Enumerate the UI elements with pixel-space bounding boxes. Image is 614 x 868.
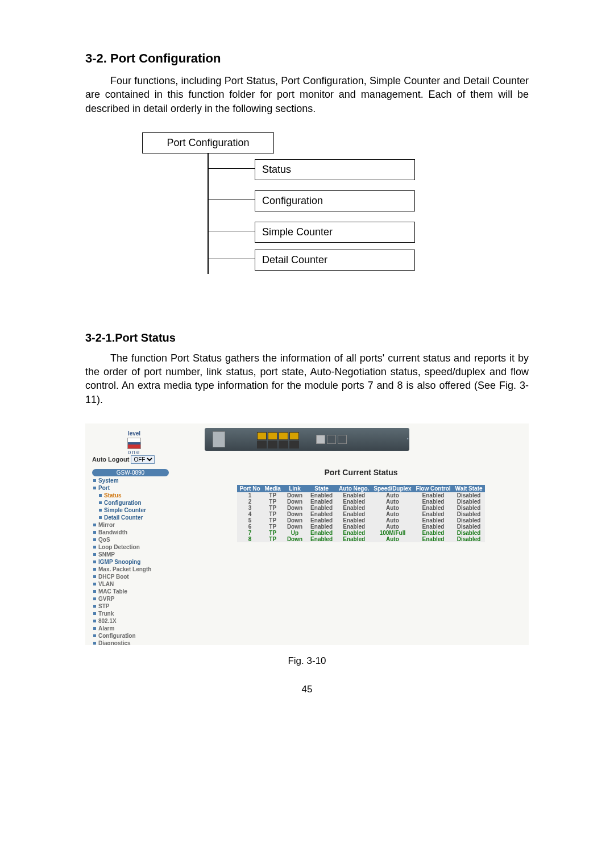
auto-logout-select[interactable]: OFF (131, 455, 155, 464)
sidebar-item[interactable]: Status (92, 492, 169, 499)
sidebar-item-label: 802.1X (98, 617, 117, 625)
table-cell: Enabled (413, 505, 453, 511)
table-cell: 6 (237, 524, 262, 530)
sidebar-item-label: Detail Counter (104, 514, 143, 521)
table-cell: 3 (237, 505, 262, 511)
table-header-cell: Speed/Duplex (371, 485, 413, 492)
bullet-icon (93, 531, 96, 534)
subsection-paragraph: The function Port Status gathers the inf… (85, 351, 529, 406)
table-cell: TP (263, 517, 283, 524)
diagram-child-detail-counter: Detail Counter (255, 250, 415, 271)
content-area: Port Current Status Port NoMediaLinkStat… (193, 468, 529, 542)
sidebar-item[interactable]: Configuration (92, 499, 169, 506)
table-cell: Enabled (413, 530, 453, 536)
sidebar-item-label: Trunk (98, 610, 114, 617)
sidebar-item[interactable]: Trunk (92, 610, 169, 617)
table-cell: TP (263, 524, 283, 530)
table-cell: Down (283, 511, 306, 517)
sidebar-item-label: Configuration (98, 632, 136, 639)
table-header-cell: Wait State (453, 485, 485, 492)
sidebar-item[interactable]: System (92, 477, 169, 484)
sidebar-item[interactable]: SNMP (92, 551, 169, 558)
table-cell: Auto (371, 505, 413, 511)
table-cell: Enabled (306, 499, 337, 505)
sidebar-item[interactable]: Detail Counter (92, 514, 169, 521)
table-header-cell: Flow Control (413, 485, 453, 492)
figure-screenshot: level one Auto Logout OFF GSW-0890 Syste… (85, 423, 529, 645)
sidebar-item-label: Status (104, 492, 122, 499)
table-cell: Disabled (453, 524, 485, 530)
table-cell: TP (263, 536, 283, 542)
logo-text-top: level (100, 430, 168, 437)
bullet-icon (93, 642, 96, 645)
panel-slot-icon (213, 431, 225, 447)
table-cell: Disabled (453, 517, 485, 524)
table-cell: Down (283, 492, 306, 499)
table-cell: Enabled (337, 517, 371, 524)
table-cell: Enabled (413, 492, 453, 499)
table-row: 8TPDownEnabledEnabledAutoEnabledDisabled (237, 536, 484, 542)
port-config-diagram: Port Configuration Status Configuration … (85, 132, 529, 292)
sidebar-item[interactable]: STP (92, 603, 169, 610)
panel-led-icon: ▪ (407, 436, 409, 441)
bullet-icon (99, 501, 102, 504)
sidebar-item[interactable]: Bandwidth (92, 529, 169, 536)
sidebar-item[interactable]: QoS (92, 536, 169, 543)
table-cell: Disabled (453, 530, 485, 536)
sidebar-item[interactable]: 802.1X (92, 617, 169, 625)
table-cell: Enabled (337, 492, 371, 499)
sidebar-item[interactable]: Port (92, 484, 169, 492)
sidebar-item[interactable]: DHCP Boot (92, 573, 169, 580)
table-cell: Enabled (413, 499, 453, 505)
bullet-icon (93, 479, 96, 482)
table-cell: Disabled (453, 499, 485, 505)
table-cell: TP (263, 530, 283, 536)
sidebar-item[interactable]: MAC Table (92, 588, 169, 595)
table-cell: 7 (237, 530, 262, 536)
table-row: 7TPUpEnabledEnabled100M/FullEnabledDisab… (237, 530, 484, 536)
diagram-child-simple-counter: Simple Counter (255, 222, 415, 243)
diagram-root: Port Configuration (142, 132, 274, 153)
sidebar-item-label: Loop Detection (98, 543, 140, 551)
content-title: Port Current Status (193, 468, 529, 477)
table-header-cell: State (306, 485, 337, 492)
page-number: 45 (85, 684, 529, 695)
sidebar-nav: SystemPortStatusConfigurationSimple Coun… (92, 477, 169, 645)
sidebar-item[interactable]: VLAN (92, 580, 169, 588)
sidebar-item[interactable]: Configuration (92, 632, 169, 639)
table-cell: Auto (371, 517, 413, 524)
table-cell: Enabled (306, 511, 337, 517)
sidebar-item[interactable]: GVRP (92, 595, 169, 603)
sidebar-item[interactable]: Diagnostics (92, 639, 169, 645)
sidebar-item[interactable]: Alarm (92, 625, 169, 632)
sidebar-item[interactable]: Simple Counter (92, 506, 169, 514)
figure-caption: Fig. 3-10 (85, 655, 529, 667)
sidebar-item[interactable]: Max. Packet Length (92, 566, 169, 573)
panel-ports-bottom (257, 441, 299, 448)
sidebar-item[interactable]: IGMP Snooping (92, 558, 169, 566)
subsection-heading: 3-2-1.Port Status (85, 331, 529, 344)
table-cell: Down (283, 536, 306, 542)
table-cell: TP (263, 492, 283, 499)
sidebar-item-label: DHCP Boot (98, 573, 129, 580)
logo-cube-icon (127, 438, 141, 449)
bullet-icon (99, 516, 102, 519)
sidebar-item-label: GVRP (98, 595, 114, 603)
panel-modules (316, 435, 347, 444)
product-logo: level one (100, 430, 168, 451)
bullet-icon (93, 575, 96, 578)
table-cell: Down (283, 499, 306, 505)
sidebar-item-label: Bandwidth (98, 529, 127, 536)
sidebar-item-label: System (98, 477, 119, 484)
sidebar-item[interactable]: Loop Detection (92, 543, 169, 551)
bullet-icon (93, 627, 96, 630)
bullet-icon (93, 560, 96, 563)
sidebar-item[interactable]: Mirror (92, 521, 169, 529)
bullet-icon (99, 509, 102, 512)
device-panel-illustration: ▪ (205, 428, 409, 451)
table-cell: Up (283, 530, 306, 536)
table-cell: 1 (237, 492, 262, 499)
table-row: 4TPDownEnabledEnabledAutoEnabledDisabled (237, 511, 484, 517)
bullet-icon (93, 583, 96, 585)
table-cell: Enabled (306, 517, 337, 524)
